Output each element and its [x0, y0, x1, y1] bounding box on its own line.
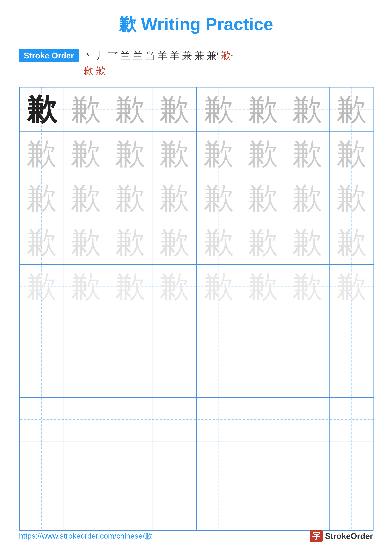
grid-cell	[108, 397, 152, 442]
grid-cell: 歉	[197, 176, 241, 220]
grid-cell: 歉	[20, 176, 64, 220]
stroke-11: 兼'	[207, 49, 218, 62]
practice-char: 歉	[115, 270, 145, 303]
practice-char: 歉	[71, 93, 101, 126]
stroke-10: 兼	[194, 49, 204, 62]
practice-char: 歉	[204, 270, 234, 303]
grid-cell	[329, 353, 374, 397]
practice-char: 歉	[71, 182, 101, 215]
grid-cell	[20, 442, 64, 486]
grid-cell	[285, 442, 329, 486]
grid-cell: 歉	[241, 176, 285, 220]
grid-cell	[108, 486, 152, 530]
practice-char: 歉	[27, 270, 57, 303]
grid-cell	[20, 353, 64, 397]
grid-cell: 歉	[20, 264, 64, 309]
table-row: 歉 歉 歉 歉 歉 歉 歉 歉	[20, 132, 374, 176]
practice-char: 歉	[115, 137, 145, 170]
practice-char: 歉	[71, 270, 101, 303]
practice-char: 歉	[336, 93, 367, 126]
practice-char: 歉	[204, 137, 234, 170]
grid-cell: 歉	[152, 220, 197, 264]
practice-char: 歉	[336, 137, 367, 170]
stroke-order-section: Stroke Order 丶 丿 乛 兰 兰 当 羊 羊 兼 兼 兼' 歉· 歉…	[19, 49, 373, 77]
grid-cell: 歉	[152, 87, 197, 132]
grid-cell	[20, 486, 64, 530]
practice-char: 歉	[248, 226, 278, 259]
grid-cell: 歉	[20, 132, 64, 176]
grid-cell: 歉	[152, 176, 197, 220]
stroke-3: 乛	[108, 49, 118, 62]
table-row	[20, 353, 374, 397]
grid-cell	[64, 353, 108, 397]
practice-char: 歉	[336, 226, 367, 259]
practice-char: 歉	[159, 93, 189, 126]
footer-url[interactable]: https://www.strokeorder.com/chinese/歉	[19, 531, 152, 541]
grid-cell	[285, 486, 329, 530]
grid-cell: 歉	[64, 176, 108, 220]
grid-cell	[64, 309, 108, 353]
practice-char: 歉	[204, 93, 234, 126]
practice-char: 歉	[27, 182, 57, 215]
grid-cell: 歉	[20, 87, 64, 132]
grid-cell	[152, 486, 197, 530]
grid-cell: 歉	[108, 176, 152, 220]
grid-cell	[64, 397, 108, 442]
stroke-8: 羊	[170, 49, 180, 62]
grid-cell	[329, 397, 374, 442]
grid-cell: 歉	[329, 87, 374, 132]
grid-cell	[20, 309, 64, 353]
practice-char: 歉	[336, 182, 367, 215]
practice-char: 歉	[115, 182, 145, 215]
practice-char: 歉	[115, 226, 145, 259]
practice-char: 歉	[27, 93, 57, 126]
practice-char: 歉	[71, 137, 101, 170]
practice-char: 歉	[248, 270, 278, 303]
grid-cell	[197, 353, 241, 397]
table-row: 歉 歉 歉 歉 歉 歉 歉 歉	[20, 264, 374, 309]
grid-cell: 歉	[285, 87, 329, 132]
grid-cell	[241, 397, 285, 442]
practice-char: 歉	[27, 226, 57, 259]
stroke-6: 当	[145, 49, 155, 62]
stroke-2: 丿	[96, 49, 106, 62]
table-row	[20, 309, 374, 353]
footer-logo-text: StrokeOrder	[325, 531, 373, 541]
practice-char: 歉	[248, 93, 278, 126]
grid-cell: 歉	[197, 132, 241, 176]
grid-cell: 歉	[108, 87, 152, 132]
grid-cell	[108, 353, 152, 397]
grid-cell	[108, 309, 152, 353]
grid-cell: 歉	[241, 132, 285, 176]
grid-cell	[329, 309, 374, 353]
practice-char: 歉	[204, 226, 234, 259]
practice-char: 歉	[204, 182, 234, 215]
practice-char: 歉	[292, 137, 322, 170]
stroke-4: 兰	[121, 49, 130, 62]
grid-cell: 歉	[64, 87, 108, 132]
grid-cell: 歉	[108, 132, 152, 176]
practice-char: 歉	[159, 137, 189, 170]
practice-char: 歉	[71, 226, 101, 259]
grid-cell	[241, 486, 285, 530]
grid-cell	[197, 486, 241, 530]
practice-char: 歉	[292, 182, 322, 215]
practice-char: 歉	[336, 270, 367, 303]
grid-cell	[152, 397, 197, 442]
stroke-14: 歉	[96, 64, 106, 77]
grid-cell: 歉	[241, 264, 285, 309]
stroke-order-badge: Stroke Order	[19, 49, 79, 62]
stroke-1: 丶	[84, 49, 93, 62]
grid-cell	[285, 309, 329, 353]
practice-char: 歉	[27, 137, 57, 170]
grid-table: 歉 歉 歉 歉 歉 歉 歉 歉 歉 歉 歉 歉 歉 歉 歉 歉 歉 歉 歉 歉 …	[19, 87, 374, 531]
grid-cell: 歉	[197, 220, 241, 264]
practice-char: 歉	[292, 270, 322, 303]
grid-cell: 歉	[197, 87, 241, 132]
table-row	[20, 442, 374, 486]
grid-cell: 歉	[197, 264, 241, 309]
grid-cell: 歉	[285, 132, 329, 176]
grid-cell	[197, 397, 241, 442]
grid-cell: 歉	[285, 176, 329, 220]
stroke-5: 兰	[133, 49, 143, 62]
